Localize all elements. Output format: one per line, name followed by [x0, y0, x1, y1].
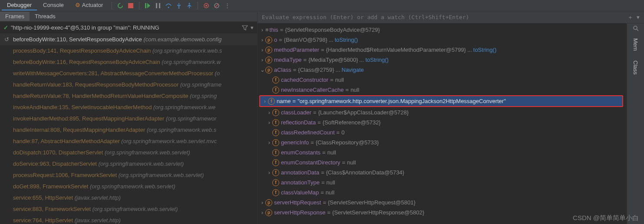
evaluate-input[interactable]: [262, 14, 624, 20]
frame-row[interactable]: handleInternal:808, RequestMappingHandle…: [0, 124, 257, 136]
frames-list[interactable]: beforeBodyWrite:110, ServletResponseBody…: [0, 34, 257, 224]
var-name: enumConstantDirectory: [281, 158, 340, 167]
var-value: {ServletServerHttpRequest@5801}: [328, 198, 416, 207]
var-aclass[interactable]: ⌄paClass={Class@2759}...Navigate: [259, 65, 627, 75]
frame-row[interactable]: beforeBodyWrite:116, RequestResponseBody…: [0, 57, 257, 68]
stop-icon[interactable]: [127, 2, 134, 9]
var-name: methodParameter: [274, 45, 319, 54]
svg-point-12: [634, 26, 637, 30]
var-value: {BeanVO@5798}: [284, 35, 327, 44]
search-icon[interactable]: [633, 25, 639, 31]
var-value: {HandlerMethod$ReturnValueMethodParamete…: [326, 45, 466, 54]
svg-point-9: [205, 5, 207, 7]
var-name: o: [274, 35, 277, 44]
expand-icon[interactable]: ▾: [637, 14, 640, 20]
tab-classes[interactable]: Class: [631, 58, 640, 77]
dropdown-icon[interactable]: ▾: [251, 24, 254, 31]
frame-method: beforeBodyWrite:116, RequestResponseBody…: [13, 59, 160, 65]
tab-debugger[interactable]: Debugger: [2, 0, 37, 10]
frame-row[interactable]: service:655, HttpServlet (javax.servlet.…: [0, 192, 257, 204]
frame-row[interactable]: service:764, HttpServlet (javax.servlet.…: [0, 215, 257, 224]
step-into-icon[interactable]: [175, 2, 182, 9]
frames-panel: Frames Threads ✓ "http-nio-19999-exec-4"…: [0, 11, 258, 224]
tab-memory[interactable]: Mem: [631, 36, 640, 53]
var-reflectiondata[interactable]: ›freflectionData={SoftReference@5732}: [266, 117, 627, 127]
frame-row[interactable]: processRequest:1006, FrameworkServlet (o…: [0, 170, 257, 181]
var-value: {ClassRepository@5733}: [316, 138, 379, 147]
frame-method: service:764, HttpServlet: [13, 217, 73, 224]
tab-actuator[interactable]: ⚙Actuator: [70, 0, 108, 10]
var-newinstancecallercache[interactable]: ›fnewInstanceCallerCache=null: [266, 85, 627, 95]
var-classredefinedcount[interactable]: ›fclassRedefinedCount=0: [266, 127, 627, 137]
tab-actuator-label: Actuator: [82, 2, 103, 8]
more-icon[interactable]: ⋮: [224, 2, 231, 9]
subtab-threads[interactable]: Threads: [30, 12, 61, 21]
thread-label: "http-nio-19999-exec-4"@5,310 in group "…: [11, 24, 239, 31]
var-serverhttpresponse[interactable]: ›pserverHttpResponse={ServletServerHttpR…: [259, 207, 627, 217]
frame-row[interactable]: processBody:141, RequestResponseBodyAdvi…: [0, 45, 257, 57]
subtab-frames[interactable]: Frames: [0, 12, 30, 21]
frame-row[interactable]: beforeBodyWrite:110, ServletResponseBody…: [0, 34, 257, 45]
var-annotationdata[interactable]: ›fannotationData={Class$AnnotationData@5…: [266, 167, 627, 177]
frame-row[interactable]: doService:963, DispatcherServlet (org.sp…: [0, 158, 257, 170]
frame-row[interactable]: invokeAndHandle:135, ServletInvocableHan…: [0, 102, 257, 113]
var-classvaluemap[interactable]: ›fclassValueMap=null: [266, 187, 627, 197]
debugger-toolbar: Debugger Console ⚙Actuator ⋮: [0, 0, 644, 11]
frame-method: invokeHandlerMethod:895, RequestMappingH…: [13, 115, 164, 122]
mute-breakpoints-icon[interactable]: [213, 2, 220, 9]
frame-location: (org.springframework.web.s: [152, 47, 222, 54]
var-o[interactable]: ›po={BeanVO@5798}...toString(): [259, 35, 627, 45]
tostring-link[interactable]: toString(): [335, 35, 358, 44]
var-value: "org.springframework.http.converter.json…: [297, 97, 506, 106]
check-icon: ✓: [3, 24, 8, 31]
var-classloader[interactable]: ›fclassLoader={Launcher$AppClassLoader@5…: [266, 107, 627, 117]
frame-row[interactable]: doGet:898, FrameworkServlet (org.springf…: [0, 181, 257, 192]
step-over-icon[interactable]: [165, 2, 172, 9]
navigate-link[interactable]: Navigate: [342, 65, 364, 74]
var-name: enumConstants: [281, 148, 320, 157]
frame-row[interactable]: doDispatch:1070, DispatcherServlet (org.…: [0, 147, 257, 158]
svg-line-11: [215, 4, 218, 7]
var-enumconstantdirectory[interactable]: ›fenumConstantDirectory=null: [266, 157, 627, 167]
var-mediatype[interactable]: ›pmediaType={MediaType@5800}...toString(…: [259, 55, 627, 65]
view-breakpoints-icon[interactable]: [203, 2, 210, 9]
var-value: {ServletResponseBodyAdvice@5729}: [285, 25, 380, 34]
tab-console[interactable]: Console: [38, 0, 69, 10]
var-serverhttprequest[interactable]: ›pserverHttpRequest={ServletServerHttpRe…: [259, 197, 627, 207]
pause-icon[interactable]: [155, 2, 162, 9]
var-name-highlighted[interactable]: ›fname="org.springframework.http.convert…: [259, 95, 623, 107]
frame-row[interactable]: writeWithMessageConverters:281, Abstract…: [0, 68, 257, 79]
svg-point-7: [189, 3, 190, 4]
step-out-icon[interactable]: [186, 2, 193, 9]
frame-row[interactable]: service:883, FrameworkServlet (org.sprin…: [0, 204, 257, 215]
frame-row[interactable]: handleReturnValue:183, RequestResponseBo…: [0, 79, 257, 90]
frame-location: (org.springframewor: [166, 115, 216, 122]
frame-row[interactable]: handle:87, AbstractHandlerMethodAdapter …: [0, 136, 257, 147]
frame-method: doService:963, DispatcherServlet: [13, 160, 97, 167]
frame-row[interactable]: invokeHandlerMethod:895, RequestMappingH…: [0, 113, 257, 124]
var-this[interactable]: ›≡this={ServletResponseBodyAdvice@5729}: [259, 25, 627, 35]
tostring-link[interactable]: toString(): [473, 45, 496, 54]
filter-icon[interactable]: [242, 25, 248, 31]
rerun-icon[interactable]: [117, 2, 124, 9]
frame-location: (com.example.demoweb.config: [143, 36, 221, 43]
add-watch-icon[interactable]: ＋: [627, 13, 633, 21]
var-enumconstants[interactable]: ›fenumConstants=null: [266, 147, 627, 157]
thread-selector[interactable]: ✓ "http-nio-19999-exec-4"@5,310 in group…: [0, 22, 257, 34]
frame-location: (org.springframework.web.servlet): [105, 149, 190, 156]
tostring-link[interactable]: toString(): [365, 55, 388, 64]
var-cachedconstructor[interactable]: ›fcachedConstructor=null: [266, 75, 627, 85]
var-value: null: [347, 158, 356, 167]
right-side-tabs: Mem Class: [627, 23, 644, 224]
frame-location: (org.springframework.web.servlet): [92, 206, 178, 212]
frame-method: doGet:898, FrameworkServlet: [13, 183, 88, 190]
var-annotationtype[interactable]: ›fannotationType=null: [266, 177, 627, 187]
frame-method: handleReturnValue:78, HandlerMethodRetur…: [13, 93, 188, 99]
svg-rect-4: [159, 3, 160, 8]
resume-icon[interactable]: [144, 2, 151, 9]
var-methodparameter[interactable]: ›pmethodParameter={HandlerMethod$ReturnV…: [259, 45, 627, 55]
var-genericinfo[interactable]: ›fgenericInfo={ClassRepository@5733}: [266, 137, 627, 147]
variables-tree[interactable]: ›≡this={ServletResponseBodyAdvice@5729} …: [258, 23, 644, 224]
frame-method: processBody:141, RequestResponseBodyAdvi…: [13, 47, 151, 54]
frame-row[interactable]: handleReturnValue:78, HandlerMethodRetur…: [0, 90, 257, 102]
